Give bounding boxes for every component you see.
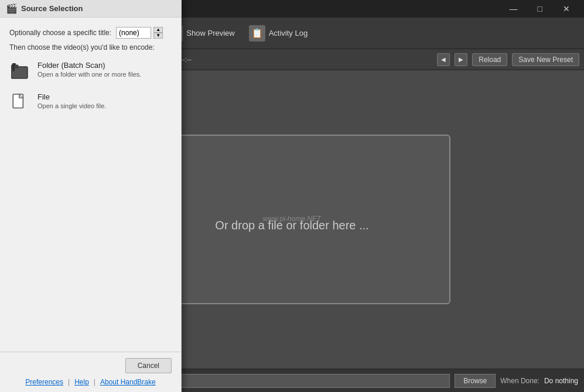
folder-option-text: Folder (Batch Scan) Open a folder with o…: [37, 61, 141, 78]
sep1: |: [68, 378, 70, 386]
activity-log-button[interactable]: 📋 Activity Log: [243, 22, 313, 45]
watermark: www.pi-home.NET: [263, 215, 321, 223]
svg-rect-3: [12, 63, 16, 65]
file-option-text: File Open a single video file.: [37, 92, 106, 109]
file-option-desc: Open a single video file.: [37, 102, 106, 109]
title-select-wrap: ▲ ▼: [116, 27, 163, 39]
modal-footer: Cancel Preferences | Help | About HandBr…: [0, 352, 181, 392]
folder-option-title: Folder (Batch Scan): [37, 61, 141, 70]
folder-option[interactable]: Folder (Batch Scan) Open a folder with o…: [9, 61, 172, 82]
activity-log-icon: 📋: [249, 25, 265, 42]
cancel-button[interactable]: Cancel: [125, 358, 172, 373]
browse-button[interactable]: Browse: [455, 374, 496, 388]
folder-icon: [9, 61, 30, 82]
modal-second-label: Then choose the video(s) you'd like to e…: [9, 43, 172, 51]
file-icon: [9, 92, 30, 114]
preferences-link[interactable]: Preferences: [25, 378, 63, 386]
modal-app-icon: 🎬: [6, 3, 18, 14]
modal-title: Source Selection: [21, 4, 83, 13]
modal-title-bar: 🎬 Source Selection: [0, 0, 181, 18]
footer-links: Preferences | Help | About HandBrake: [25, 378, 155, 386]
maximize-button[interactable]: □: [527, 0, 553, 18]
minimize-button[interactable]: —: [500, 0, 527, 18]
when-done-label: When Done:: [500, 377, 539, 385]
sep2: |: [94, 378, 95, 386]
when-done-value: Do nothing: [544, 377, 578, 385]
window-controls: — □ ✕: [500, 0, 579, 18]
file-option[interactable]: File Open a single video file.: [9, 92, 172, 114]
close-button[interactable]: ✕: [553, 0, 579, 18]
specific-title-label: Optionally choose a specific title:: [9, 29, 111, 37]
spinner-down-button[interactable]: ▼: [153, 33, 163, 39]
help-link[interactable]: Help: [74, 378, 89, 386]
source-selection-dialog: 🎬 Source Selection Optionally choose a s…: [0, 0, 182, 392]
nav-forward-button[interactable]: ▶: [455, 53, 467, 66]
title-select-input[interactable]: [116, 27, 151, 39]
reload-button[interactable]: Reload: [472, 53, 507, 66]
about-link[interactable]: About HandBrake: [100, 378, 156, 386]
title-spinner: ▲ ▼: [153, 27, 163, 39]
save-preset-button[interactable]: Save New Preset: [512, 53, 579, 66]
spinner-up-button[interactable]: ▲: [153, 27, 163, 33]
modal-top-row: Optionally choose a specific title: ▲ ▼: [9, 27, 172, 39]
modal-body: Optionally choose a specific title: ▲ ▼ …: [0, 18, 181, 352]
folder-option-desc: Open a folder with one or more files.: [37, 71, 141, 78]
file-option-title: File: [37, 92, 106, 101]
nav-back-button[interactable]: ◀: [437, 53, 450, 66]
app-window: 🎬 HandBrake — □ ✕ ▶ Start Encode ☰ Show …: [0, 0, 584, 392]
